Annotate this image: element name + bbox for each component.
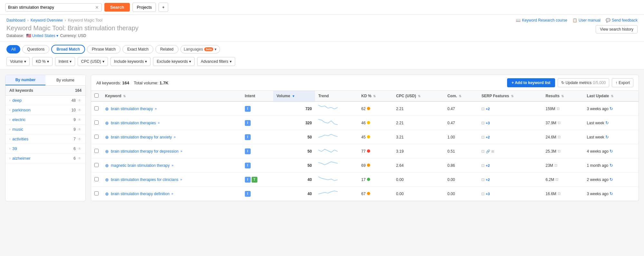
search-button[interactable]: Search [104, 3, 130, 12]
keyword-link[interactable]: ⊕ brain stimulation therapies for clinic… [105, 177, 238, 182]
tab-broad-match[interactable]: Broad Match [51, 45, 85, 54]
chevron-down-icon: ▾ [70, 59, 72, 64]
keyword-link[interactable]: ⊕ brain stimulation therapy definition » [105, 191, 238, 196]
tab-all[interactable]: All [6, 45, 20, 53]
tab-exact-match[interactable]: Exact Match [122, 45, 153, 53]
select-all-header[interactable] [91, 91, 102, 101]
refresh-icon[interactable]: ↻ [610, 177, 613, 182]
projects-button[interactable]: Projects [132, 3, 156, 12]
chevron-right-icon: › [9, 137, 10, 141]
keyword-link[interactable]: ⊕ brain stimulation therapies » [105, 120, 238, 126]
add-circle-icon[interactable]: ⊕ [105, 135, 109, 140]
cpc-cell: 3.19 [393, 144, 444, 158]
refresh-icon[interactable]: ↻ [610, 163, 613, 168]
sidebar-item-electric[interactable]: › electric 9 👁 [5, 115, 85, 125]
add-circle-icon[interactable]: ⊕ [105, 163, 109, 168]
row-checkbox[interactable] [94, 135, 99, 139]
languages-button[interactable]: Languages beta ▾ [180, 45, 220, 53]
row-checkbox[interactable] [94, 163, 99, 167]
results-cell: 24.6M⊡ [542, 130, 583, 144]
add-circle-icon[interactable]: ⊕ [105, 120, 109, 126]
serp-column-header[interactable]: SERP Features ⇅ [478, 91, 542, 101]
trend-sparkline [318, 161, 338, 169]
sort-icon: ⇅ [561, 94, 564, 98]
last-update-column-header[interactable]: Last Update ⇅ [584, 91, 639, 101]
last-update-cell: 3 weeks ago ↻ [584, 187, 639, 201]
table-row: ⊕ brain stimulation therapy for anxiety … [91, 130, 639, 144]
add-circle-icon[interactable]: ⊕ [105, 191, 109, 196]
intent-badge: I [245, 106, 251, 112]
advanced-filters-button[interactable]: Advanced filters ▾ [197, 57, 235, 66]
cpc-filter[interactable]: CPC (USD) ▾ [78, 57, 108, 66]
trend-cell [315, 116, 358, 130]
add-circle-icon[interactable]: ⊕ [105, 106, 109, 111]
intent-cell: I [242, 130, 274, 144]
breadcrumb-keyword-overview[interactable]: Keyword Overview [31, 18, 63, 23]
row-checkbox[interactable] [94, 106, 99, 110]
com-column-header[interactable]: Com. ⇅ [444, 91, 478, 101]
refresh-icon[interactable]: ↻ [610, 149, 613, 154]
row-checkbox[interactable] [94, 120, 99, 125]
kd-column-header[interactable]: KD % ⇅ [358, 91, 393, 101]
sidebar-item-music[interactable]: › music 9 👁 [5, 125, 85, 134]
volume-cell: 720 [273, 101, 315, 116]
group-by-number-button[interactable]: By number [5, 75, 45, 85]
add-circle-icon[interactable]: ⊕ [105, 149, 109, 154]
refresh-icon[interactable]: ↻ [610, 106, 613, 111]
results-column-header[interactable]: Results ⇅ [542, 91, 583, 101]
intent-badge: I [245, 163, 251, 168]
new-project-button[interactable]: + [159, 3, 168, 12]
row-checkbox[interactable] [94, 191, 99, 195]
keyword-link[interactable]: ⊕ brain stimulation therapy » [105, 106, 238, 111]
user-manual-link[interactable]: 📋 User manual [572, 18, 601, 23]
sidebar-item-alzheimer[interactable]: › alzheimer 6 👁 [5, 154, 85, 163]
keyword-link[interactable]: ⊕ brain stimulation therapy for anxiety … [105, 135, 238, 140]
last-update-cell: 3 weeks ago ↻ [584, 101, 639, 116]
search-input[interactable] [8, 5, 93, 10]
kd-cell: 69 [358, 158, 393, 173]
keyword-column-header[interactable]: Keyword ⇅ [102, 91, 242, 101]
kd-filter[interactable]: KD % ▾ [32, 57, 53, 66]
serp-icon: ⊡ [481, 107, 485, 111]
sidebar-item-39[interactable]: › 39 6 👁 [5, 144, 85, 154]
chevron-down-icon: ▾ [189, 59, 191, 64]
tab-related[interactable]: Related [155, 45, 178, 53]
sidebar-item-parkinson[interactable]: › parkinson 10 👁 [5, 105, 85, 115]
refresh-icon[interactable]: ↻ [610, 191, 613, 196]
sidebar-item-deep[interactable]: › deep 48 👁 [5, 96, 85, 105]
keyword-link[interactable]: ⊕ magnetic brain stimulation therapy » [105, 163, 238, 168]
database-selector[interactable]: 🇺🇸 United States ▾ [26, 33, 58, 38]
update-metrics-button[interactable]: ↻ Update metrics 0/5,000 [558, 78, 610, 87]
eye-icon: 👁 [78, 108, 82, 112]
cpc-cell: 2.64 [393, 158, 444, 173]
row-checkbox[interactable] [94, 177, 99, 181]
send-feedback-link[interactable]: 💬 Send feedback [606, 18, 638, 23]
arrow-icon: » [174, 135, 176, 139]
keyword-course-link[interactable]: 📖 Keyword Research course [516, 18, 567, 23]
select-all-checkbox[interactable] [94, 93, 99, 98]
refresh-icon[interactable]: ↻ [605, 120, 609, 125]
cpc-column-header[interactable]: CPC (USD) ⇅ [393, 91, 444, 101]
exclude-keywords-filter[interactable]: Exclude keywords ▾ [153, 57, 195, 66]
row-checkbox[interactable] [94, 149, 99, 153]
include-keywords-filter[interactable]: Include keywords ▾ [111, 57, 151, 66]
group-by-volume-button[interactable]: By volume [45, 75, 85, 85]
chevron-right-icon: › [9, 128, 10, 131]
intent-filter[interactable]: Intent ▾ [55, 57, 75, 66]
com-cell: 0.47 [444, 116, 478, 130]
volume-column-header[interactable]: Volume ▼ [273, 91, 315, 101]
add-to-keyword-list-button[interactable]: + Add to keyword list [507, 78, 555, 87]
intent-badge: I [245, 120, 251, 126]
clear-icon[interactable]: ✕ [95, 5, 99, 10]
view-search-history-button[interactable]: View search history [596, 25, 638, 33]
sidebar-item-activities[interactable]: › activities 7 👁 [5, 134, 85, 144]
volume-filter[interactable]: Volume ▾ [6, 57, 30, 66]
refresh-icon[interactable]: ↻ [605, 135, 609, 139]
add-circle-icon[interactable]: ⊕ [105, 177, 109, 182]
tab-questions[interactable]: Questions [22, 45, 49, 53]
table-row: ⊕ magnetic brain stimulation therapy »I5… [91, 158, 639, 173]
export-button[interactable]: ↑ Export [612, 78, 633, 87]
tab-phrase-match[interactable]: Phrase Match [87, 45, 120, 53]
breadcrumb-dashboard[interactable]: Dashboard [6, 18, 25, 23]
keyword-link[interactable]: ⊕ brain stimulation therapy for depressi… [105, 149, 238, 154]
